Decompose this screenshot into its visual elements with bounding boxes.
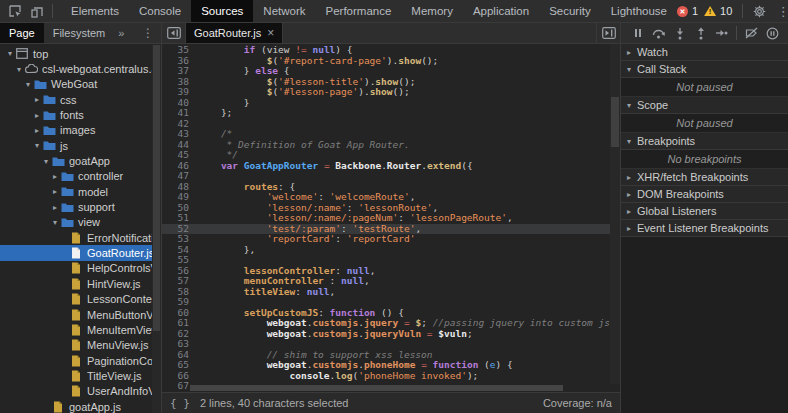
tree-item-titleview-js[interactable]: TitleView.js [0, 368, 161, 383]
tree-item-goatrouter-js[interactable]: GoatRouter.js [0, 245, 161, 260]
code-line[interactable]: 48 routes: { [162, 182, 610, 193]
code-line[interactable]: 49 'welcome': 'welcomeRoute', [162, 192, 610, 203]
expanded-arrow-icon[interactable]: ▾ [50, 218, 60, 227]
warning-badge[interactable]: ! 10 [704, 5, 732, 17]
expanded-arrow-icon[interactable]: ▾ [23, 80, 33, 89]
editor-horizontal-scrollbar[interactable] [162, 384, 610, 392]
collapsed-arrow-icon[interactable]: ▸ [32, 111, 42, 120]
tree-item-css[interactable]: ▸css [0, 92, 161, 107]
tab-sources[interactable]: Sources [191, 0, 253, 22]
code-line[interactable]: 41 }; [162, 108, 610, 119]
code-line[interactable]: 59 [162, 297, 610, 308]
collapsed-arrow-icon[interactable]: ▸ [32, 95, 42, 104]
expanded-arrow-icon[interactable]: ▾ [5, 49, 15, 58]
more-tabs-icon[interactable]: » [114, 27, 128, 39]
tree-item-csl-webgoat-centralus-azurecontainer-io[interactable]: ▾csl-webgoat.centralus.azurecontainer.io [0, 61, 161, 76]
code-line[interactable]: 66 console.log('phoneHome invoked'); [162, 371, 610, 382]
tree-item-menuview-js[interactable]: MenuView.js [0, 338, 161, 353]
tree-item-userandinfoview-js[interactable]: UserAndInfoView.js [0, 384, 161, 399]
expanded-arrow-icon[interactable]: ▾ [14, 65, 24, 74]
tree-item-lessoncontentview-js[interactable]: LessonContentView.js [0, 292, 161, 307]
line-number[interactable]: 57 [162, 276, 198, 287]
file-tab-goatrouter[interactable]: GoatRouter.js × [186, 23, 283, 43]
more-options-icon[interactable]: ⋮ [775, 4, 788, 19]
line-number[interactable]: 55 [162, 255, 198, 266]
line-number[interactable]: 49 [162, 192, 198, 203]
section-call-stack[interactable]: ▾Call Stack [621, 61, 788, 78]
tree-item-errornotificationview-js[interactable]: ErrorNotificationView.js [0, 230, 161, 245]
tree-item-webgoat[interactable]: ▾WebGoat [0, 77, 161, 92]
section-breakpoints[interactable]: ▾Breakpoints [621, 133, 788, 150]
line-number[interactable]: 35 [162, 45, 198, 56]
tree-item-goatapp-js[interactable]: goatApp.js [0, 399, 161, 413]
tree-item-helpcontrolsview-js[interactable]: HelpControlsView.js [0, 261, 161, 276]
tab-filesystem[interactable]: Filesystem [44, 23, 115, 43]
scrollbar-thumb[interactable] [190, 385, 563, 391]
collapsed-arrow-icon[interactable]: ▸ [50, 203, 60, 212]
toggle-device-toolbar-icon[interactable] [26, 1, 48, 22]
code-line[interactable]: 55 [162, 255, 610, 266]
code-line[interactable]: 58 titleView: null, [162, 287, 610, 298]
hide-navigator-icon[interactable] [162, 23, 186, 43]
line-number[interactable]: 61 [162, 318, 198, 329]
step-into-icon[interactable] [669, 23, 690, 43]
tab-security[interactable]: Security [539, 0, 601, 22]
step-icon[interactable] [711, 23, 732, 43]
code-line[interactable]: 43 /* [162, 129, 610, 140]
pretty-print-icon[interactable]: { } [170, 397, 190, 410]
scrollbar-thumb[interactable] [611, 97, 619, 147]
line-number[interactable]: 37 [162, 66, 198, 77]
expanded-arrow-icon[interactable]: ▾ [32, 141, 42, 150]
tree-item-view[interactable]: ▾view [0, 215, 161, 230]
deactivate-breakpoints-icon[interactable] [741, 23, 762, 43]
pause-icon[interactable] [627, 23, 648, 43]
tree-item-images[interactable]: ▸images [0, 123, 161, 138]
line-number[interactable]: 63 [162, 339, 198, 350]
code-line[interactable]: 64 // shim to support xss lesson [162, 350, 610, 361]
code-line[interactable]: 46 var GoatAppRouter = Backbone.Router.e… [162, 161, 610, 172]
code-line[interactable]: 44 * Definition of Goat App Router. [162, 140, 610, 151]
inspect-element-icon[interactable] [4, 1, 26, 22]
collapsed-arrow-icon[interactable]: ▸ [50, 172, 60, 181]
code-editor[interactable]: 35 if (view != null) {36 $('#report-card… [162, 44, 620, 392]
line-number[interactable]: 43 [162, 129, 198, 140]
section-watch[interactable]: ▸Watch [621, 44, 788, 61]
tab-elements[interactable]: Elements [61, 0, 129, 22]
tab-performance[interactable]: Performance [316, 0, 402, 22]
pause-on-exceptions-icon[interactable] [762, 23, 783, 43]
code-line[interactable]: 47 [162, 171, 610, 182]
line-number[interactable]: 47 [162, 171, 198, 182]
step-over-icon[interactable] [648, 23, 669, 43]
code-line[interactable]: 60 setUpCustomJS: function () { [162, 308, 610, 319]
section-event-listener-breakpoints[interactable]: ▸Event Listener Breakpoints [621, 220, 788, 237]
code-line[interactable]: 39 $('#lesson-page').show(); [162, 87, 610, 98]
line-number[interactable]: 53 [162, 234, 198, 245]
code-line-selected[interactable]: 52 'test/:param': 'testRoute', [162, 224, 610, 235]
tree-item-top[interactable]: ▾top [0, 46, 161, 61]
close-tab-icon[interactable]: × [267, 26, 274, 40]
section-dom-breakpoints[interactable]: ▸DOM Breakpoints [621, 186, 788, 203]
code-line[interactable]: 63 [162, 339, 610, 350]
code-line[interactable]: 51 'lesson/:name/:pageNum': 'lessonPageR… [162, 213, 610, 224]
tab-page[interactable]: Page [0, 23, 44, 43]
line-number[interactable]: 39 [162, 87, 198, 98]
tree-item-paginationcontrolview-js[interactable]: PaginationControlView.js [0, 353, 161, 368]
section-xhr-fetch-breakpoints[interactable]: ▸XHR/fetch Breakpoints [621, 169, 788, 186]
code-line[interactable]: 53 'reportCard': 'reportCard' [162, 234, 610, 245]
code-line[interactable]: 42 [162, 119, 610, 130]
tab-lighthouse[interactable]: Lighthouse [601, 0, 677, 22]
tree-item-hintview-js[interactable]: HintView.js [0, 276, 161, 291]
tree-item-controller[interactable]: ▸controller [0, 169, 161, 184]
code-line[interactable]: 35 if (view != null) { [162, 45, 610, 56]
expanded-arrow-icon[interactable]: ▾ [41, 157, 51, 166]
tab-application[interactable]: Application [463, 0, 539, 22]
tab-console[interactable]: Console [129, 0, 191, 22]
tree-item-js[interactable]: ▾js [0, 138, 161, 153]
code-line[interactable]: 56 lessonController: null, [162, 266, 610, 277]
tree-item-model[interactable]: ▸model [0, 184, 161, 199]
settings-gear-icon[interactable] [753, 5, 769, 18]
tree-item-fonts[interactable]: ▸fonts [0, 107, 161, 122]
code-line[interactable]: 36 $('#report-card-page').show(); [162, 56, 610, 67]
tree-item-support[interactable]: ▸support [0, 199, 161, 214]
tree-item-goatapp[interactable]: ▾goatApp [0, 153, 161, 168]
